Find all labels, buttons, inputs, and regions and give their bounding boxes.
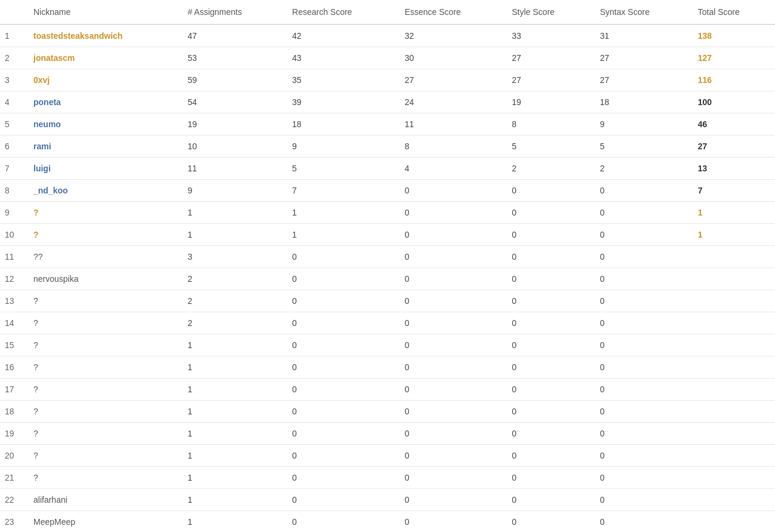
assignments-cell: 3 — [178, 246, 282, 268]
assignments-header: # Assignments — [178, 0, 282, 24]
style-score-cell: 0 — [502, 246, 590, 268]
style-header: Style Score — [502, 0, 590, 24]
rank-cell: 9 — [0, 202, 24, 224]
research-cell: 0 — [282, 246, 395, 268]
essence-cell: 0 — [395, 423, 503, 445]
rank-cell: 1 — [0, 24, 24, 47]
syntax-cell: 0 — [591, 246, 688, 268]
style-score-cell: 0 — [502, 268, 590, 290]
rank-cell: 12 — [0, 268, 24, 290]
rank-cell: 19 — [0, 423, 24, 445]
nickname-cell: ? — [24, 202, 178, 224]
assignments-cell: 2 — [178, 312, 282, 334]
table-row: 7luigi11542213 — [0, 158, 775, 180]
research-cell: 18 — [282, 113, 395, 136]
rank-cell: 8 — [0, 180, 24, 202]
assignments-cell: 2 — [178, 268, 282, 290]
style-score-cell: 0 — [502, 423, 590, 445]
syntax-cell: 27 — [591, 69, 688, 91]
essence-cell: 0 — [395, 202, 503, 224]
syntax-cell: 0 — [591, 467, 688, 489]
total-header: Total Score — [688, 0, 775, 24]
syntax-cell: 0 — [591, 423, 688, 445]
style-score-cell: 0 — [502, 290, 590, 312]
research-cell: 0 — [282, 356, 395, 379]
assignments-cell: 47 — [178, 24, 282, 47]
syntax-cell: 0 — [591, 356, 688, 379]
style-score-cell: 27 — [502, 69, 590, 91]
research-cell: 9 — [282, 136, 395, 158]
assignments-cell: 54 — [178, 91, 282, 113]
essence-cell: 0 — [395, 312, 503, 334]
syntax-cell: 0 — [591, 180, 688, 202]
total-cell: 7 — [688, 180, 775, 202]
research-cell: 0 — [282, 489, 395, 511]
assignments-cell: 10 — [178, 136, 282, 158]
essence-cell: 0 — [395, 445, 503, 467]
style-score-cell: 0 — [502, 445, 590, 467]
total-cell — [688, 467, 775, 489]
assignments-cell: 1 — [178, 489, 282, 511]
style-score-cell: 0 — [502, 224, 590, 246]
table-row: 6rami10985527 — [0, 136, 775, 158]
total-cell — [688, 312, 775, 334]
essence-header: Essence Score — [395, 0, 503, 24]
total-cell: 116 — [688, 69, 775, 91]
nickname-cell: ? — [24, 290, 178, 312]
table-row: 13?20000 — [0, 290, 775, 312]
essence-cell: 8 — [395, 136, 503, 158]
total-cell — [688, 290, 775, 312]
rank-cell: 17 — [0, 379, 24, 401]
syntax-cell: 0 — [591, 379, 688, 401]
total-cell — [688, 334, 775, 356]
total-cell — [688, 268, 775, 290]
syntax-cell: 9 — [591, 113, 688, 136]
syntax-cell: 0 — [591, 334, 688, 356]
style-score-cell: 0 — [502, 202, 590, 224]
assignments-cell: 11 — [178, 158, 282, 180]
rank-header — [0, 0, 24, 24]
table-row: 18?10000 — [0, 401, 775, 423]
table-body: 1toastedsteaksandwich47423233311382jonat… — [0, 24, 775, 532]
syntax-cell: 18 — [591, 91, 688, 113]
assignments-cell: 1 — [178, 334, 282, 356]
table-row: 22alifarhani10000 — [0, 489, 775, 511]
total-cell: 27 — [688, 136, 775, 158]
style-score-cell: 8 — [502, 113, 590, 136]
total-cell — [688, 401, 775, 423]
style-score-cell: 0 — [502, 379, 590, 401]
total-cell: 46 — [688, 113, 775, 136]
style-score-cell: 0 — [502, 401, 590, 423]
nickname-cell: ? — [24, 423, 178, 445]
rank-cell: 11 — [0, 246, 24, 268]
essence-cell: 24 — [395, 91, 503, 113]
style-score-cell: 0 — [502, 511, 590, 533]
nickname-cell: luigi — [24, 158, 178, 180]
nickname-cell: ?? — [24, 246, 178, 268]
table-row: 16?10000 — [0, 356, 775, 379]
nickname-cell: 0xvj — [24, 69, 178, 91]
research-cell: 42 — [282, 24, 395, 47]
total-cell: 127 — [688, 47, 775, 69]
table-row: 5neumo1918118946 — [0, 113, 775, 136]
syntax-cell: 0 — [591, 401, 688, 423]
research-cell: 1 — [282, 202, 395, 224]
essence-cell: 0 — [395, 511, 503, 533]
research-cell: 0 — [282, 401, 395, 423]
style-score-cell: 0 — [502, 312, 590, 334]
total-cell — [688, 445, 775, 467]
syntax-cell: 0 — [591, 445, 688, 467]
style-score-cell: 0 — [502, 489, 590, 511]
nickname-cell: ? — [24, 379, 178, 401]
rank-cell: 21 — [0, 467, 24, 489]
essence-cell: 0 — [395, 224, 503, 246]
essence-cell: 0 — [395, 180, 503, 202]
rank-cell: 3 — [0, 69, 24, 91]
essence-cell: 27 — [395, 69, 503, 91]
style-score-cell: 2 — [502, 158, 590, 180]
syntax-cell: 0 — [591, 224, 688, 246]
nickname-cell: ? — [24, 312, 178, 334]
leaderboard-container: Nickname # Assignments Research Score Es… — [0, 0, 775, 532]
nickname-cell: ? — [24, 467, 178, 489]
essence-cell: 30 — [395, 47, 503, 69]
